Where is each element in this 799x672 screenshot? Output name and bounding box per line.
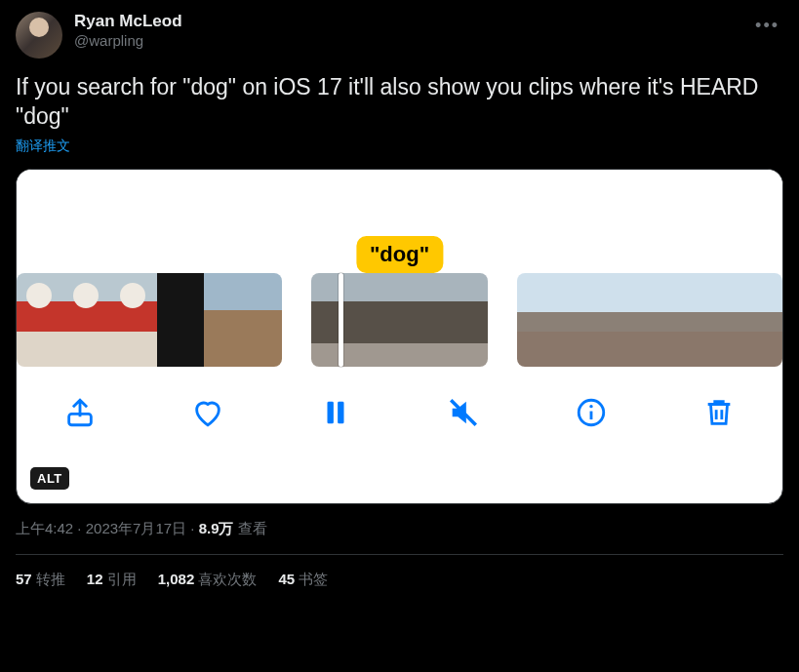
clip-frame — [517, 273, 564, 367]
tweet-meta: 上午4:42 · 2023年7月17日 · 8.9万 查看 — [16, 520, 783, 538]
clip-frame — [63, 273, 110, 367]
views-label: 查看 — [234, 520, 267, 536]
video-timeline[interactable] — [17, 273, 782, 367]
media-top: "dog" — [17, 170, 782, 273]
svg-rect-1 — [328, 402, 334, 424]
avatar[interactable] — [16, 12, 62, 59]
quotes-stat[interactable]: 12 引用 — [87, 571, 137, 589]
likes-stat[interactable]: 1,082 喜欢次数 — [158, 571, 258, 589]
retweets-stat[interactable]: 57 转推 — [16, 571, 65, 589]
svg-rect-2 — [338, 402, 343, 424]
clip-frame — [658, 273, 704, 367]
mute-icon[interactable] — [444, 393, 483, 432]
clip-frame — [611, 273, 658, 367]
tweet-time[interactable]: 上午4:42 — [16, 520, 73, 536]
heart-icon[interactable] — [188, 393, 227, 432]
bookmarks-stat[interactable]: 45 书签 — [278, 571, 328, 589]
clip-frame — [157, 273, 204, 367]
tweet-container: Ryan McLeod @warpling ••• If you search … — [0, 0, 799, 589]
clip-frame — [751, 273, 782, 367]
display-name: Ryan McLeod — [74, 12, 182, 31]
clip-frame — [110, 273, 157, 367]
trash-icon[interactable] — [699, 393, 739, 432]
media-toolbar — [17, 367, 782, 458]
tweet-header: Ryan McLeod @warpling ••• — [16, 12, 783, 59]
clip-frame — [564, 273, 611, 367]
tweet-text: If you search for "dog" on iOS 17 it'll … — [16, 72, 783, 131]
share-icon[interactable] — [60, 393, 100, 432]
translate-link[interactable]: 翻译推文 — [16, 138, 70, 155]
clip-frame — [405, 273, 452, 367]
clip-frame — [704, 273, 751, 367]
info-icon[interactable] — [572, 393, 611, 432]
author-block[interactable]: Ryan McLeod @warpling — [74, 12, 182, 51]
views-count: 8.9万 — [199, 520, 234, 536]
tweet-date[interactable]: 2023年7月17日 — [86, 520, 186, 536]
clip-frame — [251, 273, 282, 367]
alt-badge[interactable]: ALT — [30, 467, 69, 490]
clip-frame — [204, 273, 251, 367]
pause-icon[interactable] — [316, 393, 355, 432]
search-term-pill: "dog" — [356, 236, 443, 273]
clip-frame — [17, 273, 63, 367]
handle: @warpling — [74, 31, 182, 51]
playhead[interactable] — [339, 273, 343, 367]
clip-frame — [452, 273, 488, 367]
media-card[interactable]: "dog" — [16, 169, 783, 504]
tweet-stats: 57 转推 12 引用 1,082 喜欢次数 45 书签 — [16, 555, 783, 589]
clip-group[interactable] — [17, 273, 282, 367]
clip-frame — [358, 273, 405, 367]
more-icon[interactable]: ••• — [751, 12, 783, 40]
clip-frame — [311, 273, 358, 367]
svg-point-6 — [589, 405, 592, 408]
clip-group[interactable] — [517, 273, 782, 367]
